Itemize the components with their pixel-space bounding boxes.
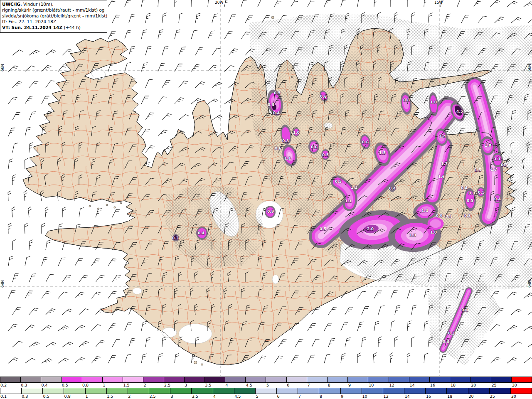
legend-cell: [430, 377, 450, 382]
legend-cell: [170, 388, 192, 394]
legend-tick-label: 20: [470, 383, 491, 388]
legend-cell: [266, 377, 286, 382]
snow-blob: [198, 228, 207, 238]
legend-tick-label: 0.4: [41, 383, 61, 388]
legend-tick-label: 0.5: [62, 383, 82, 388]
legend-cell: [468, 388, 490, 394]
legend-tick-label: 6: [286, 383, 307, 388]
legend-cell: [225, 377, 246, 382]
legend-cell: [41, 377, 62, 382]
legend-rain-ticks: 0.10.30.50.811.522.533.544.5567891012141…: [0, 394, 532, 399]
legend-cell: [21, 377, 41, 382]
legend-tick-label: 4: [213, 394, 234, 399]
legend-cell: [128, 388, 149, 394]
snow-blob: [266, 207, 274, 217]
lon-label-20w: 20W: [215, 0, 223, 5]
legend-snow-swatches: [0, 377, 532, 383]
snow-blob: [174, 235, 178, 240]
legend-cell: [470, 377, 491, 382]
legend-tick-label: 4.5: [234, 394, 255, 399]
legend-tick-label: 20: [468, 394, 489, 399]
island: [114, 207, 116, 208]
legend-tick-label: 3: [184, 383, 204, 388]
legend-cell: [123, 377, 143, 382]
legend-cell: [287, 377, 307, 382]
valid-time-bold: VT: Sun. 24.11.2024 14Z: [2, 25, 62, 30]
legend-cell: [383, 388, 404, 394]
model-name: UWC/IG: [2, 2, 20, 7]
legend-tick-label: 0.3: [20, 383, 41, 388]
valid-time-label: VT:: [2, 25, 10, 30]
title-line-3: slydda/snjókoma (grátt/bleikt/grænt - mm…: [2, 13, 104, 19]
snow-blob: [493, 155, 502, 165]
legend-tick-label: 12: [389, 383, 409, 388]
legend-tick-label: 0.3: [21, 394, 42, 399]
legend-cell: [185, 377, 205, 382]
legend-tick-label: 4.5: [246, 383, 266, 388]
legend-cell: [409, 377, 430, 382]
legend-cell: [511, 388, 532, 394]
legend-tick-label: 3: [170, 394, 192, 399]
legend-cell: [490, 388, 511, 394]
legend-tick-label: 4: [225, 383, 246, 388]
title-box: UWC/IG: Vindur (10m), rigning/skúrir (gr…: [0, 0, 107, 33]
valid-time-line: VT: Sun. 24.11.2024 14Z (+44 h): [2, 25, 104, 31]
lat-label-right-66n: 66N: [527, 62, 532, 74]
legend-tick-label: 25: [491, 383, 512, 388]
init-time-line: IT: Fös. 22. 11. 2024 18Z: [2, 19, 104, 25]
snow-blob: [294, 129, 299, 136]
legend-cell: [149, 388, 170, 394]
island: [106, 204, 108, 206]
glacier-myrdalsjokull: [179, 324, 212, 344]
legend-tick-label: 8: [319, 394, 340, 399]
legend-tick-label: 14: [409, 383, 430, 388]
legend-cell: [64, 388, 85, 394]
snow-blob: [430, 219, 441, 228]
legend-cell: [43, 388, 64, 394]
legend-cell: [368, 377, 389, 382]
legend-tick-label: 18: [450, 383, 470, 388]
island: [194, 361, 197, 364]
legend-tick-label: 1.5: [123, 383, 143, 388]
legend-cell: [491, 377, 512, 382]
legend-cell: [234, 388, 256, 394]
legend-cell: [107, 388, 128, 394]
legend-tick-label: 0.8: [82, 383, 102, 388]
legend-cell: [213, 388, 234, 394]
legend-cell: [82, 377, 103, 382]
init-time-value: Fös. 22. 11. 2024 18Z: [8, 19, 56, 24]
valid-time-value: Sun. 24.11.2024 14Z: [12, 25, 62, 30]
legend-tick-label: 18: [447, 394, 468, 399]
lake: [272, 275, 279, 284]
legend-tick-label: 7: [307, 383, 327, 388]
legend-tick-label: 2.5: [149, 394, 170, 399]
legend: 0.20.30.40.50.811.522.533.544.5567891012…: [0, 377, 532, 399]
legend-tick-label: 1.5: [106, 394, 128, 399]
legend-cell: [86, 388, 107, 394]
legend-cell: [348, 377, 368, 382]
title-line-1: UWC/IG: Vindur (10m),: [2, 2, 104, 7]
legend-tick-label: 16: [426, 394, 447, 399]
snow-blob: [478, 188, 484, 196]
valid-time-suffix: (+44 h): [64, 25, 80, 30]
island: [120, 202, 122, 204]
snow-blob: [323, 150, 329, 159]
legend-cell: [256, 388, 277, 394]
legend-cell: [143, 377, 164, 382]
legend-tick-label: 25: [490, 394, 511, 399]
legend-snow-bar: 0.20.30.40.50.811.522.533.544.5567891012…: [0, 377, 532, 388]
island: [89, 205, 91, 207]
legend-cell: [0, 388, 22, 394]
legend-cell: [277, 388, 298, 394]
island: [201, 364, 203, 365]
legend-tick-label: 5: [266, 383, 286, 388]
lon-label-15w: 15W: [434, 0, 443, 5]
legend-cell: [389, 377, 409, 382]
legend-cell: [307, 377, 328, 382]
legend-cell: [512, 377, 532, 382]
legend-tick-label: 3.5: [204, 383, 225, 388]
legend-cell: [450, 377, 470, 382]
legend-tick-label: 12: [383, 394, 404, 399]
lat-label-left-66n: 66N: [0, 62, 5, 74]
legend-rain-swatches: [0, 388, 532, 394]
